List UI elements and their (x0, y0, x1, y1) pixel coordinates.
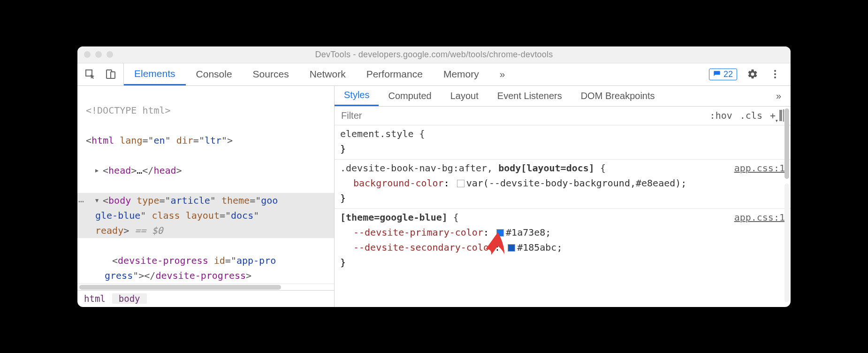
crumb-html[interactable]: html (77, 293, 112, 304)
window-title: DevTools - developers.google.com/web/too… (77, 50, 791, 60)
toggle-computed-panel-icon[interactable] (783, 110, 784, 121)
styles-pane: Styles Computed Layout Event Listeners D… (335, 86, 791, 307)
styles-rules: element.style { } app.css:1 .devsite-boo… (335, 125, 791, 307)
device-toolbar-icon[interactable] (104, 67, 118, 81)
collapse-body-icon[interactable]: ▼ (95, 196, 102, 205)
window-controls (84, 51, 113, 58)
inspect-element-icon[interactable] (83, 67, 97, 81)
source-link-2[interactable]: app.css:1 (734, 210, 785, 225)
tab-network[interactable]: Network (299, 63, 356, 85)
subtab-styles[interactable]: Styles (335, 85, 379, 106)
tab-performance[interactable]: Performance (356, 63, 433, 85)
styles-vertical-scrollbar[interactable] (784, 108, 789, 302)
kebab-menu-icon[interactable] (768, 67, 782, 81)
main-tabs: Elements Console Sources Network Perform… (124, 63, 515, 85)
rule-element-style[interactable]: element.style { } (335, 125, 791, 160)
main-content: <!DOCTYPE html> <html lang="en" dir="ltr… (77, 86, 791, 307)
toolbar-right: 22 (709, 63, 791, 85)
new-style-rule-button[interactable]: +▾ (770, 110, 776, 121)
devtools-window: DevTools - developers.google.com/web/too… (77, 46, 791, 307)
dom-doctype[interactable]: <!DOCTYPE html> (86, 105, 171, 116)
toolbar-left (77, 63, 124, 85)
breadcrumb: html body (77, 290, 334, 307)
cls-button[interactable]: .cls (740, 110, 762, 121)
tab-memory[interactable]: Memory (433, 63, 489, 85)
titlebar: DevTools - developers.google.com/web/too… (77, 46, 791, 63)
crumb-body[interactable]: body (112, 293, 147, 304)
settings-icon[interactable] (746, 67, 760, 81)
issues-count: 22 (723, 69, 733, 79)
color-swatch-icon[interactable] (496, 229, 504, 237)
svg-point-3 (774, 70, 776, 72)
rule-devsite-body[interactable]: app.css:1 .devsite-book-nav-bg:after, bo… (335, 160, 791, 209)
source-link-1[interactable]: app.css:1 (734, 161, 785, 176)
more-subtabs-icon[interactable]: » (767, 85, 791, 106)
toolbar: Elements Console Sources Network Perform… (77, 63, 791, 86)
window-close-icon[interactable] (84, 51, 91, 58)
styles-filter-bar: :hov .cls +▾ (335, 107, 791, 125)
subtab-layout[interactable]: Layout (441, 85, 488, 106)
more-tabs-icon[interactable]: » (489, 63, 516, 85)
subtab-event-listeners[interactable]: Event Listeners (488, 85, 571, 106)
elements-tree-pane: <!DOCTYPE html> <html lang="en" dir="ltr… (77, 86, 335, 307)
dom-horizontal-scrollbar[interactable] (77, 284, 334, 290)
issues-badge[interactable]: 22 (709, 69, 737, 80)
window-zoom-icon[interactable] (107, 51, 113, 58)
window-minimize-icon[interactable] (95, 51, 102, 58)
svg-point-5 (774, 77, 776, 78)
subtab-computed[interactable]: Computed (379, 85, 441, 106)
color-swatch-icon[interactable] (508, 244, 515, 252)
dom-body-selected[interactable]: ▼<body type="article" theme="google-blue… (77, 193, 334, 238)
dom-tree[interactable]: <!DOCTYPE html> <html lang="en" dir="ltr… (77, 86, 334, 284)
subtab-dom-breakpoints[interactable]: DOM Breakpoints (571, 85, 664, 106)
tab-sources[interactable]: Sources (243, 63, 299, 85)
styles-filter-input[interactable] (335, 110, 710, 121)
rule-theme-google-blue[interactable]: app.css:1 [theme=google-blue] { --devsit… (335, 209, 791, 273)
svg-rect-2 (111, 72, 115, 78)
styles-subtabs: Styles Computed Layout Event Listeners D… (335, 86, 791, 107)
color-swatch-icon[interactable] (457, 180, 464, 187)
tab-console[interactable]: Console (186, 63, 243, 85)
svg-point-4 (774, 73, 776, 75)
tab-elements[interactable]: Elements (124, 63, 186, 85)
expand-head-icon[interactable]: ▶ (95, 166, 102, 175)
hov-button[interactable]: :hov (710, 110, 732, 121)
